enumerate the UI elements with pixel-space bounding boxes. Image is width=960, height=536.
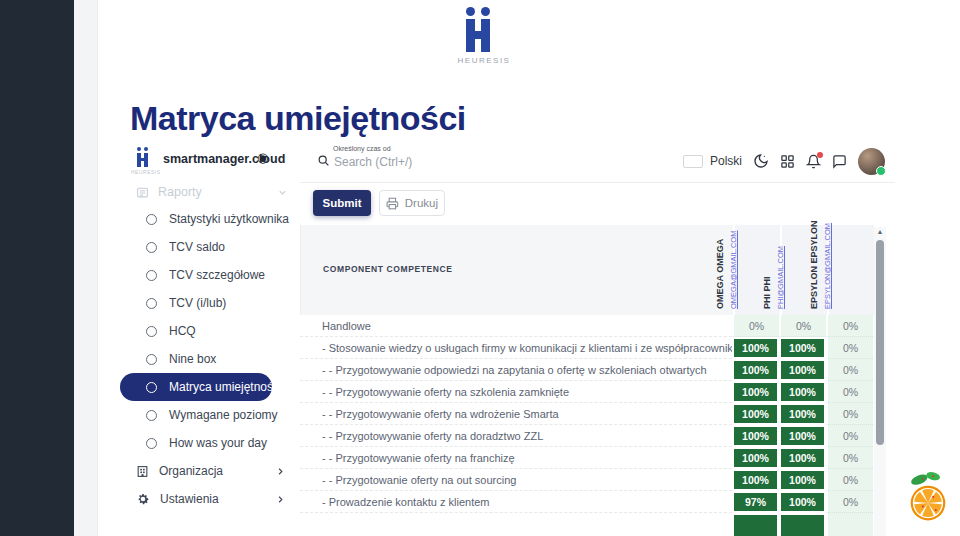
chat-icon[interactable] — [832, 154, 847, 169]
sidebar-item-label: Nine box — [169, 352, 216, 366]
logo-dot — [481, 7, 490, 16]
search-icon — [317, 154, 330, 167]
score-cell: 100% — [732, 381, 779, 403]
table-scrollbar[interactable]: ▲ — [874, 227, 886, 536]
person-column-header: EPSYLON EPSYLONEPSYLON@GMAIL.COM — [827, 225, 874, 315]
competence-label: - - Przygotowywanie oferty na doradztwo … — [300, 425, 732, 447]
heuresis-mini-caption: HEURESIS — [131, 169, 159, 175]
sidebar-item-organizacja[interactable]: Organizacja — [120, 459, 296, 483]
gear-icon — [136, 492, 150, 506]
grid-icon[interactable] — [780, 154, 795, 169]
status-dot — [876, 166, 886, 176]
orange-logo — [902, 468, 954, 526]
table-row: - Stosowanie wiedzy o usługach firmy w k… — [300, 337, 873, 359]
sidebar-item-label: How was your day — [169, 436, 267, 450]
language-label[interactable]: Polski — [710, 154, 742, 168]
heuresis-logo-text: HEURESIS — [452, 56, 516, 65]
person-email-link[interactable]: OMEGA@GMAIL.COM — [728, 225, 740, 309]
score-cell: 0% — [826, 403, 873, 425]
sidebar-item-label: TCV saldo — [169, 240, 225, 254]
score-cell: 100% — [732, 359, 779, 381]
sidebar-item-label: Wymagane poziomy — [169, 408, 278, 422]
sidebar-item[interactable]: Matryca umiejętności — [120, 373, 272, 401]
radio-circle-icon — [146, 410, 157, 421]
print-button[interactable]: Drukuj — [379, 190, 445, 216]
flag-icon[interactable] — [683, 155, 703, 168]
score-cell: 100% — [732, 403, 779, 425]
reports-icon — [136, 186, 149, 199]
competence-label: - - Przygotowywanie oferty na wdrożenie … — [300, 403, 732, 425]
sidebar-item[interactable]: Wymagane poziomy — [120, 401, 296, 429]
score-cell: 100% — [732, 447, 779, 469]
table-row: - - Przygotowanie oferty na out sourcing… — [300, 469, 873, 491]
score-cell: 100% — [779, 425, 826, 447]
score-cell: 0% — [732, 315, 779, 337]
table-row: - - Przygotowywanie odpowiedzi na zapyta… — [300, 359, 873, 381]
radio-circle-icon — [146, 326, 157, 337]
sidebar-item-ustawienia[interactable]: Ustawienia — [120, 487, 296, 511]
competence-label: - - Przygotowywanie odpowiedzi na zapyta… — [300, 359, 732, 381]
sidebar-item[interactable]: TCV saldo — [120, 233, 296, 261]
competence-label — [300, 513, 732, 536]
sidebar-item[interactable]: Nine box — [120, 345, 296, 373]
score-cell: 0% — [826, 315, 873, 337]
table-row: - - Przygotowywanie oferty na wdrożenie … — [300, 403, 873, 425]
search-input[interactable] — [332, 154, 556, 170]
sidebar-item-label: Matryca umiejętności — [169, 380, 282, 394]
score-cell: 100% — [779, 469, 826, 491]
moon-icon[interactable] — [753, 153, 769, 169]
radio-circle-icon — [146, 242, 157, 253]
person-email-link[interactable]: EPSYLON@GMAIL.COM — [822, 225, 834, 309]
sidebar-item-label: TCV (i/lub) — [169, 296, 226, 310]
radio-circle-icon — [146, 214, 157, 225]
sidebar-item-label: Organizacja — [159, 464, 223, 478]
score-cell: 0% — [826, 491, 873, 513]
table-row: - - Przygotowywanie oferty na doradztwo … — [300, 425, 873, 447]
notification-badge — [817, 152, 823, 158]
table-header: COMPONENT COMPETENCE OMEGA OMEGAOMEGA@GM… — [300, 225, 874, 315]
table-row: - - Przygotowywanie oferty na szkolenia … — [300, 381, 873, 403]
avatar[interactable] — [858, 148, 885, 175]
score-cell: 100% — [732, 469, 779, 491]
score-cell: 0% — [826, 447, 873, 469]
scroll-up-icon[interactable]: ▲ — [874, 228, 886, 235]
sidebar-item-label: Statystyki użytkownika — [169, 212, 289, 226]
score-cell: 0% — [826, 337, 873, 359]
heuresis-logo: HEURESIS — [452, 6, 516, 70]
score-cell: 100% — [779, 447, 826, 469]
table-row: - Prowadzenie kontaktu z klientem97%100%… — [300, 491, 873, 513]
person-email-link[interactable]: PHI@GMAIL.COM — [775, 225, 787, 309]
score-cell: 0% — [826, 359, 873, 381]
sidebar-item[interactable]: TCV (i/lub) — [120, 289, 296, 317]
sidebar-section-label: Raporty — [158, 185, 202, 199]
sidebar-item[interactable]: Statystyki użytkownika — [120, 205, 296, 233]
competence-label: - - Przygotowywanie oferty na szkolenia … — [300, 381, 732, 403]
radio-circle-icon — [146, 270, 157, 281]
chevron-right-icon — [275, 466, 286, 477]
score-cell: 100% — [779, 491, 826, 513]
sidebar-item[interactable]: How was your day — [120, 429, 296, 457]
score-cell: 100% — [732, 425, 779, 447]
left-accent-bar — [0, 0, 74, 536]
person-name: PHI PHI — [760, 225, 775, 309]
score-cell: 0% — [826, 469, 873, 491]
sidebar-item-label: HCQ — [169, 324, 196, 338]
bell-icon[interactable] — [806, 154, 821, 169]
person-name: OMEGA OMEGA — [713, 225, 728, 309]
building-icon — [136, 465, 149, 478]
chevron-right-icon — [275, 494, 286, 505]
record-icon[interactable]: ◉ — [257, 150, 268, 166]
competence-label: - Stosowanie wiedzy o usługach firmy w k… — [300, 337, 732, 359]
competence-label: - - Przygotowywanie oferty na franchizę — [300, 447, 732, 469]
sidebar-item[interactable]: HCQ — [120, 317, 296, 345]
score-cell: 100% — [779, 513, 826, 536]
printer-icon — [386, 197, 399, 210]
table-row: 100%100%0% — [300, 513, 873, 536]
sidebar-item[interactable]: TCV szczegółowe — [120, 261, 296, 289]
scrollbar-thumb[interactable] — [876, 240, 884, 445]
date-from-label: Określony czas od — [333, 145, 391, 152]
score-cell: 100% — [732, 337, 779, 359]
table-body: Handlowe0%0%0%- Stosowanie wiedzy o usłu… — [300, 315, 873, 536]
sidebar-section-raporty[interactable]: Raporty — [136, 182, 288, 202]
submit-button[interactable]: Submit — [313, 190, 371, 216]
